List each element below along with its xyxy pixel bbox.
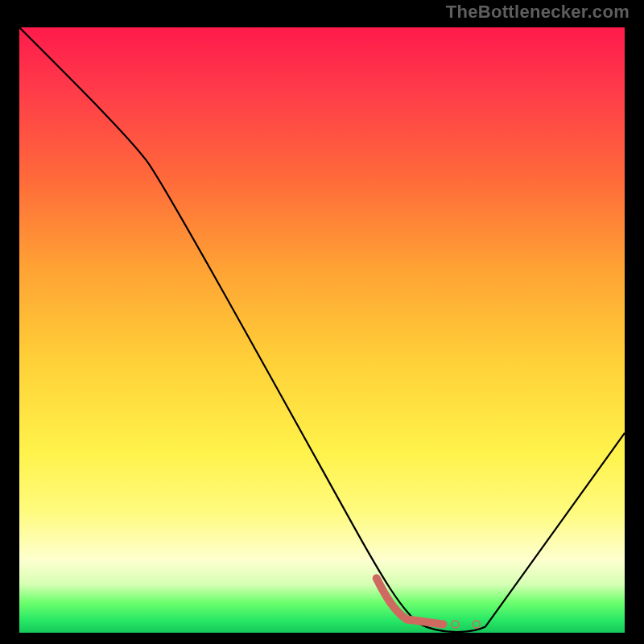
highlight-dot-2 (476, 624, 477, 625)
curve-layer (19, 27, 625, 633)
attribution-label: TheBottlenecker.com (446, 2, 630, 23)
bottleneck-curve-stroke (19, 27, 625, 632)
plot-area (16, 24, 628, 636)
highlight-dot-1 (455, 624, 456, 625)
bottleneck-curve (19, 27, 625, 632)
highlight-segment (377, 578, 444, 624)
chart-frame: TheBottlenecker.com (0, 0, 644, 644)
